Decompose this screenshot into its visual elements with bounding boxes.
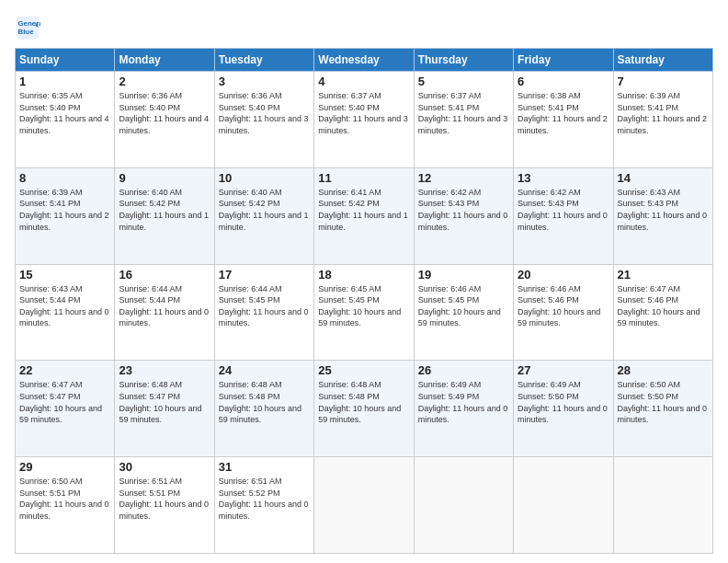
calendar-week-row: 22 Sunrise: 6:47 AMSunset: 5:47 PMDaylig… bbox=[16, 361, 713, 457]
day-info: Sunrise: 6:38 AMSunset: 5:41 PMDaylight:… bbox=[518, 91, 608, 135]
calendar-cell: 21 Sunrise: 6:47 AMSunset: 5:46 PMDaylig… bbox=[613, 264, 712, 361]
day-number: 29 bbox=[19, 460, 110, 474]
day-info: Sunrise: 6:43 AMSunset: 5:44 PMDaylight:… bbox=[19, 284, 109, 328]
day-info: Sunrise: 6:51 AMSunset: 5:51 PMDaylight:… bbox=[119, 477, 209, 521]
day-number: 2 bbox=[119, 75, 210, 88]
day-info: Sunrise: 6:48 AMSunset: 5:48 PMDaylight:… bbox=[219, 380, 301, 424]
header: General Blue bbox=[15, 15, 713, 40]
calendar-cell bbox=[314, 457, 414, 554]
calendar-cell: 31 Sunrise: 6:51 AMSunset: 5:52 PMDaylig… bbox=[214, 457, 313, 554]
day-info: Sunrise: 6:47 AMSunset: 5:47 PMDaylight:… bbox=[19, 380, 102, 424]
calendar-cell: 18 Sunrise: 6:45 AMSunset: 5:45 PMDaylig… bbox=[314, 264, 414, 361]
calendar-cell: 6 Sunrise: 6:38 AMSunset: 5:41 PMDayligh… bbox=[514, 72, 613, 168]
calendar-cell: 28 Sunrise: 6:50 AMSunset: 5:50 PMDaylig… bbox=[613, 361, 712, 457]
calendar-cell bbox=[514, 457, 613, 554]
calendar-cell: 23 Sunrise: 6:48 AMSunset: 5:47 PMDaylig… bbox=[115, 361, 214, 457]
day-info: Sunrise: 6:42 AMSunset: 5:43 PMDaylight:… bbox=[518, 188, 608, 232]
day-number: 31 bbox=[219, 460, 310, 474]
day-number: 30 bbox=[119, 460, 210, 474]
calendar-cell: 29 Sunrise: 6:50 AMSunset: 5:51 PMDaylig… bbox=[16, 457, 115, 554]
day-number: 23 bbox=[119, 363, 210, 377]
calendar-cell: 7 Sunrise: 6:39 AMSunset: 5:41 PMDayligh… bbox=[613, 72, 712, 168]
calendar-cell: 8 Sunrise: 6:39 AMSunset: 5:41 PMDayligh… bbox=[16, 167, 115, 264]
calendar-cell: 5 Sunrise: 6:37 AMSunset: 5:41 PMDayligh… bbox=[414, 72, 513, 168]
day-info: Sunrise: 6:42 AMSunset: 5:43 PMDaylight:… bbox=[418, 188, 508, 232]
day-number: 6 bbox=[518, 75, 609, 88]
day-info: Sunrise: 6:48 AMSunset: 5:47 PMDaylight:… bbox=[119, 380, 201, 424]
calendar-cell: 4 Sunrise: 6:37 AMSunset: 5:40 PMDayligh… bbox=[314, 72, 414, 168]
day-info: Sunrise: 6:37 AMSunset: 5:40 PMDaylight:… bbox=[318, 91, 408, 135]
day-number: 1 bbox=[19, 75, 110, 88]
calendar-cell: 25 Sunrise: 6:48 AMSunset: 5:48 PMDaylig… bbox=[314, 361, 414, 457]
day-number: 27 bbox=[518, 363, 609, 377]
day-number: 13 bbox=[518, 171, 609, 185]
day-number: 22 bbox=[19, 363, 110, 377]
calendar-cell: 13 Sunrise: 6:42 AMSunset: 5:43 PMDaylig… bbox=[514, 167, 613, 264]
day-number: 8 bbox=[19, 171, 110, 185]
day-number: 25 bbox=[318, 363, 409, 377]
calendar-day-header: Sunday bbox=[16, 49, 115, 72]
logo-icon: General Blue bbox=[15, 15, 40, 40]
day-number: 11 bbox=[318, 171, 409, 185]
day-info: Sunrise: 6:51 AMSunset: 5:52 PMDaylight:… bbox=[219, 477, 309, 521]
calendar-week-row: 1 Sunrise: 6:35 AMSunset: 5:40 PMDayligh… bbox=[16, 72, 713, 168]
day-number: 17 bbox=[219, 268, 310, 282]
day-number: 19 bbox=[418, 268, 509, 282]
day-info: Sunrise: 6:47 AMSunset: 5:46 PMDaylight:… bbox=[618, 284, 700, 328]
calendar-cell: 11 Sunrise: 6:41 AMSunset: 5:42 PMDaylig… bbox=[314, 167, 414, 264]
day-info: Sunrise: 6:36 AMSunset: 5:40 PMDaylight:… bbox=[219, 91, 309, 135]
day-number: 14 bbox=[618, 171, 709, 185]
day-info: Sunrise: 6:45 AMSunset: 5:45 PMDaylight:… bbox=[318, 284, 401, 328]
day-info: Sunrise: 6:37 AMSunset: 5:41 PMDaylight:… bbox=[418, 91, 508, 135]
day-info: Sunrise: 6:46 AMSunset: 5:45 PMDaylight:… bbox=[418, 284, 501, 328]
calendar-cell: 27 Sunrise: 6:49 AMSunset: 5:50 PMDaylig… bbox=[514, 361, 613, 457]
calendar-week-row: 8 Sunrise: 6:39 AMSunset: 5:41 PMDayligh… bbox=[16, 167, 713, 264]
svg-text:Blue: Blue bbox=[18, 28, 35, 36]
day-info: Sunrise: 6:46 AMSunset: 5:46 PMDaylight:… bbox=[518, 284, 600, 328]
day-info: Sunrise: 6:50 AMSunset: 5:51 PMDaylight:… bbox=[19, 477, 109, 521]
day-info: Sunrise: 6:43 AMSunset: 5:43 PMDaylight:… bbox=[618, 188, 708, 232]
calendar-cell: 3 Sunrise: 6:36 AMSunset: 5:40 PMDayligh… bbox=[214, 72, 313, 168]
logo: General Blue bbox=[15, 15, 44, 40]
day-number: 16 bbox=[119, 268, 210, 282]
day-number: 5 bbox=[418, 75, 509, 88]
day-number: 9 bbox=[119, 171, 210, 185]
day-info: Sunrise: 6:50 AMSunset: 5:50 PMDaylight:… bbox=[618, 380, 708, 424]
calendar-cell: 9 Sunrise: 6:40 AMSunset: 5:42 PMDayligh… bbox=[115, 167, 214, 264]
day-number: 10 bbox=[219, 171, 310, 185]
day-info: Sunrise: 6:49 AMSunset: 5:49 PMDaylight:… bbox=[418, 380, 508, 424]
calendar-cell: 19 Sunrise: 6:46 AMSunset: 5:45 PMDaylig… bbox=[414, 264, 513, 361]
calendar-cell bbox=[613, 457, 712, 554]
day-info: Sunrise: 6:39 AMSunset: 5:41 PMDaylight:… bbox=[618, 91, 708, 135]
calendar-day-header: Tuesday bbox=[214, 49, 313, 72]
calendar-cell: 26 Sunrise: 6:49 AMSunset: 5:49 PMDaylig… bbox=[414, 361, 513, 457]
day-info: Sunrise: 6:44 AMSunset: 5:45 PMDaylight:… bbox=[219, 284, 309, 328]
calendar-cell: 20 Sunrise: 6:46 AMSunset: 5:46 PMDaylig… bbox=[514, 264, 613, 361]
day-number: 20 bbox=[518, 268, 609, 282]
calendar-cell: 2 Sunrise: 6:36 AMSunset: 5:40 PMDayligh… bbox=[115, 72, 214, 168]
calendar-week-row: 29 Sunrise: 6:50 AMSunset: 5:51 PMDaylig… bbox=[16, 457, 713, 554]
calendar-day-header: Saturday bbox=[613, 49, 712, 72]
calendar-cell: 24 Sunrise: 6:48 AMSunset: 5:48 PMDaylig… bbox=[214, 361, 313, 457]
day-number: 3 bbox=[219, 75, 310, 88]
day-number: 12 bbox=[418, 171, 509, 185]
day-number: 4 bbox=[318, 75, 409, 88]
calendar-header-row: SundayMondayTuesdayWednesdayThursdayFrid… bbox=[16, 49, 713, 72]
day-number: 21 bbox=[618, 268, 709, 282]
calendar-cell: 10 Sunrise: 6:40 AMSunset: 5:42 PMDaylig… bbox=[214, 167, 313, 264]
day-info: Sunrise: 6:49 AMSunset: 5:50 PMDaylight:… bbox=[518, 380, 608, 424]
day-info: Sunrise: 6:44 AMSunset: 5:44 PMDaylight:… bbox=[119, 284, 209, 328]
calendar-day-header: Friday bbox=[514, 49, 613, 72]
day-number: 7 bbox=[618, 75, 709, 88]
page: General Blue SundayMondayTuesdayWednesda… bbox=[0, 0, 728, 563]
day-info: Sunrise: 6:39 AMSunset: 5:41 PMDaylight:… bbox=[19, 188, 109, 232]
day-number: 26 bbox=[418, 363, 509, 377]
day-number: 28 bbox=[618, 363, 709, 377]
calendar-cell: 14 Sunrise: 6:43 AMSunset: 5:43 PMDaylig… bbox=[613, 167, 712, 264]
calendar-cell: 30 Sunrise: 6:51 AMSunset: 5:51 PMDaylig… bbox=[115, 457, 214, 554]
calendar-cell bbox=[414, 457, 513, 554]
calendar-day-header: Monday bbox=[115, 49, 214, 72]
calendar-cell: 1 Sunrise: 6:35 AMSunset: 5:40 PMDayligh… bbox=[16, 72, 115, 168]
day-info: Sunrise: 6:36 AMSunset: 5:40 PMDaylight:… bbox=[119, 91, 209, 135]
calendar-cell: 15 Sunrise: 6:43 AMSunset: 5:44 PMDaylig… bbox=[16, 264, 115, 361]
